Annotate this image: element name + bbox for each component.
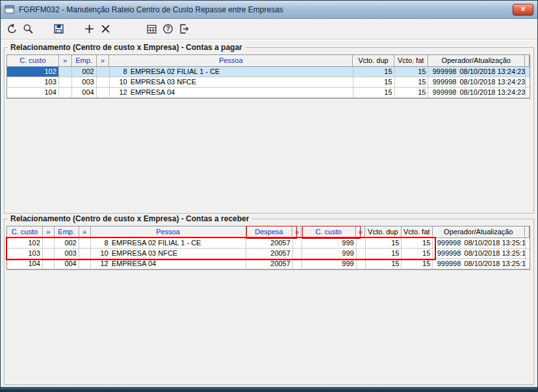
cell-vcto-fat[interactable]: 15 bbox=[395, 77, 429, 88]
header-drill[interactable]: » bbox=[43, 227, 55, 238]
cell-despesa[interactable]: 20057 bbox=[246, 249, 293, 259]
cell-vcto-dup[interactable]: 15 bbox=[353, 77, 395, 88]
cell-drill[interactable] bbox=[79, 249, 91, 259]
grid-row[interactable]: 104 004 12 EMPRESA 04 15 15 999998 08/10… bbox=[7, 88, 530, 98]
app-icon[interactable] bbox=[5, 5, 15, 15]
cell-vcto-dup[interactable]: 15 bbox=[366, 259, 402, 269]
cell-drill[interactable] bbox=[357, 259, 366, 269]
cell-vcto-fat[interactable]: 15 bbox=[395, 88, 429, 98]
grid-row[interactable]: 104 004 12 EMPRESA 04 20057 999 15 15 99… bbox=[7, 259, 530, 269]
cell-vcto-dup[interactable]: 15 bbox=[366, 249, 402, 259]
cell-vcto-fat[interactable]: 15 bbox=[402, 249, 433, 259]
cell-despesa[interactable]: 20057 bbox=[246, 238, 293, 249]
search-button[interactable] bbox=[20, 21, 36, 37]
header-pessoa[interactable]: Pessoa bbox=[91, 227, 246, 238]
cell-pessoa[interactable]: 8 EMPRESA 02 FILIAL 1 - CE bbox=[110, 67, 353, 77]
cell-c-custo[interactable]: 103 bbox=[7, 249, 43, 259]
cell-drill[interactable] bbox=[59, 88, 72, 98]
cell-drill[interactable] bbox=[293, 249, 302, 259]
cell-drill[interactable] bbox=[357, 249, 366, 259]
cell-vcto-dup[interactable]: 15 bbox=[353, 88, 395, 98]
cell-emp[interactable]: 002 bbox=[72, 67, 97, 77]
cell-pessoa[interactable]: 10 EMPRESA 03 NFCE bbox=[91, 249, 246, 259]
header-pessoa[interactable]: Pessoa bbox=[109, 55, 353, 67]
header-c-custo-2[interactable]: C. custo bbox=[301, 227, 356, 238]
cell-operador[interactable]: 999998 08/10/2018 13:24:23 bbox=[428, 88, 526, 98]
exit-button[interactable] bbox=[176, 21, 192, 37]
cell-vcto-fat[interactable]: 15 bbox=[402, 238, 433, 249]
operador-timestamp: 08/10/2018 13:25:10 bbox=[464, 238, 526, 248]
cell-pessoa[interactable]: 10 EMPRESA 03 NFCE bbox=[110, 77, 353, 88]
cell-operador[interactable]: 999998 08/10/2018 13:25:10 bbox=[433, 238, 526, 249]
cell-drill[interactable] bbox=[97, 88, 110, 98]
cell-pessoa[interactable]: 12 EMPRESA 04 bbox=[110, 88, 353, 98]
cell-vcto-fat[interactable]: 15 bbox=[395, 67, 429, 77]
cell-drill[interactable] bbox=[79, 259, 91, 269]
cell-operador[interactable]: 999998 08/10/2018 13:25:10 bbox=[433, 259, 526, 269]
cell-drill[interactable] bbox=[357, 238, 366, 249]
cell-drill[interactable] bbox=[293, 238, 302, 249]
header-vcto-fat[interactable]: Vcto. fat bbox=[402, 227, 433, 238]
cell-drill[interactable] bbox=[43, 259, 55, 269]
cell-c-custo[interactable]: 104 bbox=[7, 259, 43, 269]
cell-emp[interactable]: 003 bbox=[72, 77, 97, 88]
cell-drill[interactable] bbox=[59, 67, 72, 77]
operador-code: 999998 bbox=[435, 249, 461, 258]
cell-vcto-dup[interactable]: 15 bbox=[353, 67, 395, 77]
add-button[interactable] bbox=[81, 21, 97, 37]
help-button[interactable]: ? bbox=[160, 21, 176, 37]
grid-row[interactable]: 102 002 8 EMPRESA 02 FILIAL 1 - CE 20057… bbox=[7, 238, 530, 249]
cell-drill[interactable] bbox=[43, 249, 55, 259]
header-vcto-fat[interactable]: Vcto. fat bbox=[394, 55, 428, 67]
cell-operador[interactable]: 999998 08/10/2018 13:24:23 bbox=[428, 67, 526, 77]
header-c-custo[interactable]: C. custo bbox=[7, 55, 59, 67]
header-drill[interactable]: » bbox=[356, 227, 365, 238]
cell-pessoa[interactable]: 8 EMPRESA 02 FILIAL 1 - CE bbox=[91, 238, 246, 249]
header-despesa[interactable]: Despesa bbox=[246, 227, 293, 238]
header-drill[interactable]: » bbox=[79, 227, 91, 238]
header-operador[interactable]: Operador/Atualização bbox=[433, 227, 525, 238]
cell-vcto-fat[interactable]: 15 bbox=[402, 259, 433, 269]
cell-drill[interactable] bbox=[97, 77, 110, 88]
close-button[interactable]: × bbox=[513, 4, 533, 16]
cell-drill[interactable] bbox=[59, 77, 72, 88]
cell-emp[interactable]: 003 bbox=[55, 249, 79, 259]
cell-c-custo-2[interactable]: 999 bbox=[302, 259, 357, 269]
cell-drill[interactable] bbox=[79, 238, 91, 249]
grid-row[interactable]: 103 003 10 EMPRESA 03 NFCE 20057 999 15 … bbox=[7, 249, 530, 259]
cell-c-custo-2[interactable]: 999 bbox=[302, 249, 357, 259]
groupbox-title-pagar: Relacionamento (Centro de custo x Empres… bbox=[8, 43, 245, 52]
cell-pessoa[interactable]: 12 EMPRESA 04 bbox=[91, 259, 246, 269]
cell-c-custo[interactable]: 104 bbox=[7, 88, 59, 98]
header-drill[interactable]: » bbox=[97, 55, 110, 67]
cell-operador[interactable]: 999998 08/10/2018 13:24:23 bbox=[428, 77, 526, 88]
save-button[interactable] bbox=[51, 21, 67, 37]
header-emp[interactable]: Emp. bbox=[55, 227, 79, 238]
header-vcto-dup[interactable]: Vcto. dup bbox=[365, 227, 402, 238]
cell-emp[interactable]: 004 bbox=[72, 88, 97, 98]
cell-emp[interactable]: 004 bbox=[55, 259, 79, 269]
grid-row[interactable]: 102 002 8 EMPRESA 02 FILIAL 1 - CE 15 15… bbox=[7, 67, 530, 77]
grid-row[interactable]: 103 003 10 EMPRESA 03 NFCE 15 15 999998 … bbox=[7, 77, 530, 88]
cell-vcto-dup[interactable]: 15 bbox=[366, 238, 402, 249]
cell-drill[interactable] bbox=[43, 238, 55, 249]
cell-despesa[interactable]: 20057 bbox=[246, 259, 293, 269]
cell-operador[interactable]: 999998 08/10/2018 13:25:10 bbox=[433, 249, 526, 259]
table-button[interactable] bbox=[144, 21, 160, 37]
header-operador[interactable]: Operador/Atualização bbox=[428, 55, 525, 67]
cell-drill[interactable] bbox=[293, 259, 302, 269]
header-c-custo[interactable]: C. custo bbox=[7, 227, 43, 238]
header-drill[interactable]: » bbox=[59, 55, 72, 67]
cell-drill[interactable] bbox=[97, 67, 110, 77]
cell-c-custo[interactable]: 103 bbox=[7, 77, 59, 88]
header-emp[interactable]: Emp. bbox=[72, 55, 97, 67]
cell-c-custo-2[interactable]: 999 bbox=[302, 238, 357, 249]
cell-emp[interactable]: 002 bbox=[55, 238, 79, 249]
cell-c-custo[interactable]: 102 bbox=[7, 67, 59, 77]
pessoa-name: EMPRESA 02 FILIAL 1 - CE bbox=[131, 67, 220, 77]
delete-button[interactable] bbox=[97, 21, 114, 37]
header-drill[interactable]: » bbox=[292, 227, 301, 238]
undo-button[interactable] bbox=[4, 21, 20, 37]
header-vcto-dup[interactable]: Vcto. dup bbox=[353, 55, 394, 67]
cell-c-custo[interactable]: 102 bbox=[7, 238, 43, 249]
